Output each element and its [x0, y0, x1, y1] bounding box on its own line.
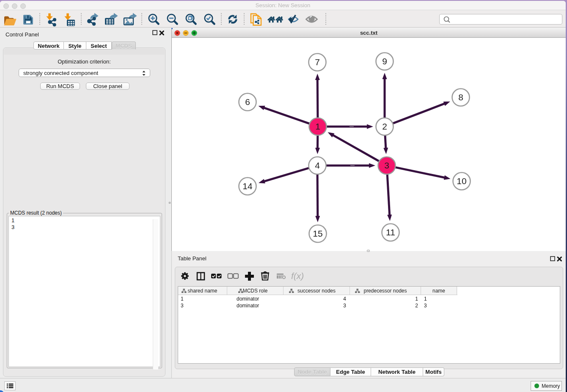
svg-text:7: 7	[315, 57, 320, 67]
svg-text:9: 9	[382, 56, 387, 66]
svg-text:4: 4	[315, 160, 320, 170]
svg-text:6: 6	[245, 97, 250, 107]
svg-text:11: 11	[386, 227, 395, 237]
svg-text:14: 14	[242, 181, 253, 191]
svg-text:15: 15	[313, 229, 322, 238]
svg-text:8: 8	[458, 92, 463, 102]
svg-text:f(x): f(x)	[291, 271, 304, 281]
svg-text:2: 2	[382, 121, 387, 131]
svg-text:3: 3	[384, 160, 389, 170]
svg-text:1: 1	[315, 121, 320, 131]
svg-text:10: 10	[457, 176, 466, 186]
